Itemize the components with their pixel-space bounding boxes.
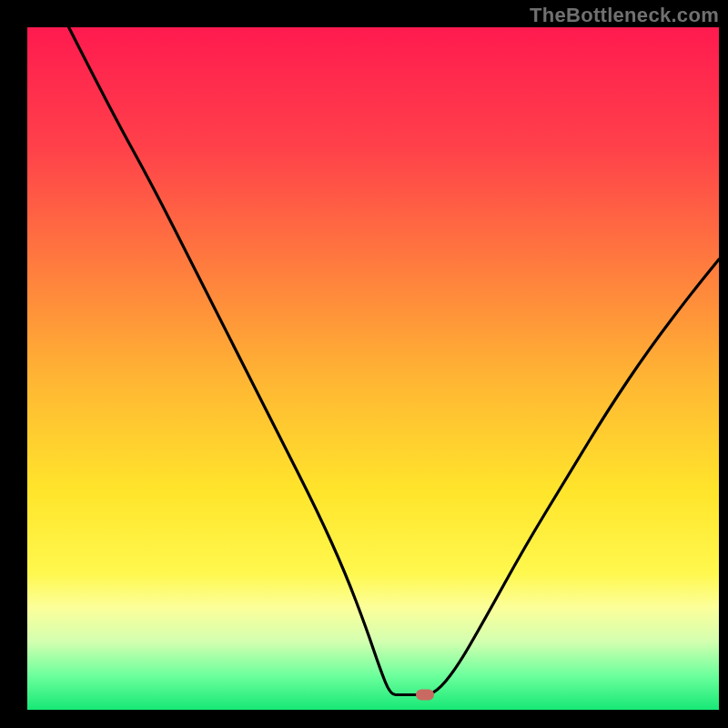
bottleneck-chart [0, 0, 728, 728]
watermark-text: TheBottleneck.com [530, 4, 719, 27]
optimal-point-marker [416, 690, 434, 701]
gradient-background [27, 27, 719, 710]
chart-frame: TheBottleneck.com [0, 0, 728, 728]
